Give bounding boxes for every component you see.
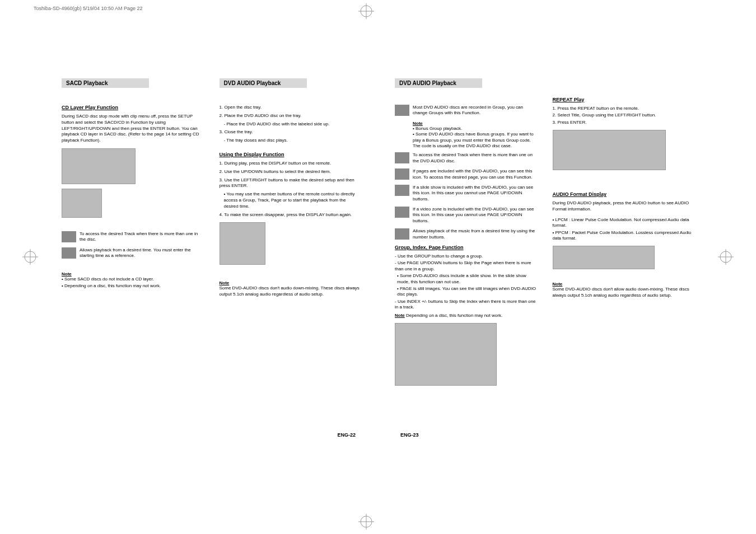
repeat-step: 3. Press ENTER. — [553, 120, 695, 125]
group-line: - Use the GROUP button to change a group… — [395, 254, 537, 259]
step-sub: - Place the DVD AUDIO disc with the labe… — [224, 121, 362, 128]
page-left: SACD Playback CD Layer Play Function Dur… — [45, 62, 378, 442]
section-dvd-audio-playback: DVD AUDIO Playback — [220, 78, 307, 88]
icon-group-text: Most DVD AUDIO discs are recorded in Gro… — [413, 105, 537, 116]
note-line: • Depending on a disc, this function may… — [62, 283, 204, 289]
page-icon — [395, 168, 409, 180]
vzone-icon — [395, 207, 409, 218]
repeat-step: 1. Press the REPEAT button on the remote… — [553, 106, 695, 111]
screenshot-repeat — [553, 130, 666, 170]
crop-mark-right — [718, 249, 734, 266]
icon-slide-text: If a slide show is included with the DVD… — [413, 185, 537, 202]
screenshot-small — [62, 189, 102, 218]
note-label-1: Note — [62, 271, 204, 277]
group-line: • PAGE is still images. You can see the … — [397, 286, 537, 298]
icon-time-text: Allows playback from a desired time. You… — [80, 247, 204, 259]
heading-display-function: Using the Display Function — [220, 152, 362, 157]
page-right: DVD AUDIO Playback Most DVD AUDIO discs … — [378, 62, 711, 442]
icon-time-text-2: Allows playback of the music from a desi… — [413, 228, 537, 240]
audio-format-para: During DVD AUDIO playback, press the AUD… — [553, 200, 695, 213]
heading-group-index-page: Group, Index, Page Function — [395, 245, 537, 250]
heading-repeat-play: REPEAT Play — [553, 97, 695, 102]
group-line: - Use PAGE UP/DOWN buttons to Skip the P… — [395, 260, 537, 272]
page-number-left: ENG-22 — [337, 432, 356, 438]
note-2-text: Some DVD-AUDIO discs don't audio down-mi… — [220, 285, 362, 298]
step: 2. Place the DVD AUDIO disc on the tray. — [220, 113, 362, 119]
step: 3. Close the tray. — [220, 129, 362, 135]
left-col-2: DVD AUDIO Playback 1. Open the disc tray… — [220, 78, 362, 302]
display-step: 3. Use the LEFT/RIGHT buttons to make th… — [220, 177, 362, 190]
slide-icon — [395, 185, 409, 196]
group-line: • Some DVD-AUDIO discs include a slide s… — [397, 273, 537, 285]
icon-vzone-text: If a video zone is included with the DVD… — [413, 207, 537, 224]
note-label-3: Note — [553, 282, 695, 287]
note-depending: Note Depending on a disc, this function … — [395, 313, 537, 318]
section-sacd-playback: SACD Playback — [62, 78, 149, 88]
group-line: - Use INDEX +/- buttons to Skip the Inde… — [395, 299, 537, 311]
page-number-right: ENG-23 — [400, 432, 419, 438]
crop-mark-left — [22, 249, 38, 266]
icon-page-text: If pages are included with the DVD-AUDIO… — [413, 168, 537, 180]
track-icon — [62, 231, 76, 242]
right-col-2: REPEAT Play 1. Press the REPEAT button o… — [553, 78, 695, 390]
time-icon — [62, 247, 76, 259]
time-icon — [395, 228, 409, 240]
page-spread: SACD Playback CD Layer Play Function Dur… — [45, 62, 711, 442]
para-cd-layer: During SACD disc stop mode with clip men… — [62, 114, 204, 144]
display-step-sub: • You may use the number buttons of the … — [224, 191, 362, 209]
crop-mark-top — [358, 3, 374, 20]
display-step: 2. Use the UP/DOWN buttons to select the… — [220, 169, 362, 175]
display-step: 4. To make the screen disappear, press t… — [220, 212, 362, 218]
note-label-2: Note — [220, 280, 362, 285]
icon-track-text-2: To access the desired Track when there i… — [413, 152, 537, 164]
note-line: • Some SACD discs do not include a CD la… — [62, 277, 204, 282]
audio-line: • PPCM : Packet Pulse Code Modulation. L… — [553, 230, 695, 242]
audio-line: • LPCM : Linear Pulse Code Modulation. N… — [553, 217, 695, 229]
note-bonus-text: • Bonus Group playback. • Some DVD AUDIO… — [413, 126, 537, 149]
track-icon — [395, 152, 409, 163]
print-header: Toshiba-SD-4960(gb) 5/19/04 10:50 AM Pag… — [34, 6, 143, 11]
step: 1. Open the disc tray. — [220, 105, 362, 111]
step-sub: - The tray closes and disc plays. — [224, 138, 362, 144]
group-icon — [395, 105, 409, 116]
icon-track-text: To access the desired Track when there i… — [80, 231, 204, 243]
display-step: 1. During play, press the DISPLAY button… — [220, 161, 362, 167]
heading-audio-format: AUDIO Format Display — [553, 191, 695, 197]
right-col-1: DVD AUDIO Playback Most DVD AUDIO discs … — [395, 78, 537, 390]
note-label-bonus: Note — [413, 121, 537, 126]
screenshot-display — [220, 222, 265, 265]
diagram-hierarchy — [395, 323, 497, 386]
note-3-text: Some DVD-AUDIO discs don't allow audio d… — [553, 287, 695, 299]
heading-cd-layer: CD Layer Play Function — [62, 105, 204, 110]
repeat-step: 2. Select Title, Group using the LEFT/RI… — [553, 113, 695, 118]
section-dvd-audio-playback-2: DVD AUDIO Playback — [395, 78, 482, 88]
crop-mark-bottom — [358, 514, 374, 531]
screenshot-menu — [62, 148, 136, 184]
screenshot-audio-format — [553, 246, 655, 269]
left-col-1: SACD Playback CD Layer Play Function Dur… — [62, 78, 204, 302]
